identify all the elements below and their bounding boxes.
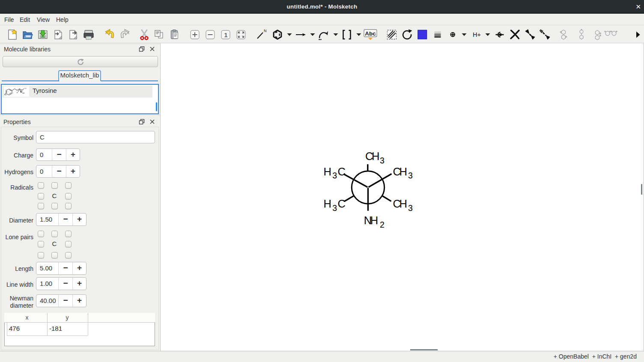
svg-text:H: H (323, 166, 331, 178)
svg-text:H: H (323, 198, 331, 210)
svg-text:3: 3 (380, 156, 385, 165)
svg-text:3: 3 (332, 203, 337, 213)
svg-text:H+: H+ (473, 31, 481, 38)
svg-text:NH: NH (364, 214, 379, 226)
svg-text:1: 1 (224, 31, 227, 39)
svg-text:3: 3 (408, 171, 413, 180)
svg-text:HO: HO (4, 94, 7, 96)
svg-text:Abc: Abc (365, 30, 376, 37)
svg-text:H: H (17, 92, 18, 94)
svg-text:C: C (337, 198, 345, 210)
svg-text:C: C (337, 166, 345, 178)
svg-text:3: 3 (408, 203, 413, 213)
svg-text:CO: CO (24, 88, 27, 89)
svg-text:CH: CH (393, 166, 408, 178)
svg-text:CH: CH (393, 198, 408, 210)
svg-text:2: 2 (380, 220, 385, 229)
svg-text:CH: CH (365, 150, 380, 162)
svg-text:N: N (264, 29, 267, 33)
svg-text:3: 3 (332, 171, 337, 180)
svg-text:NH: NH (22, 92, 25, 94)
